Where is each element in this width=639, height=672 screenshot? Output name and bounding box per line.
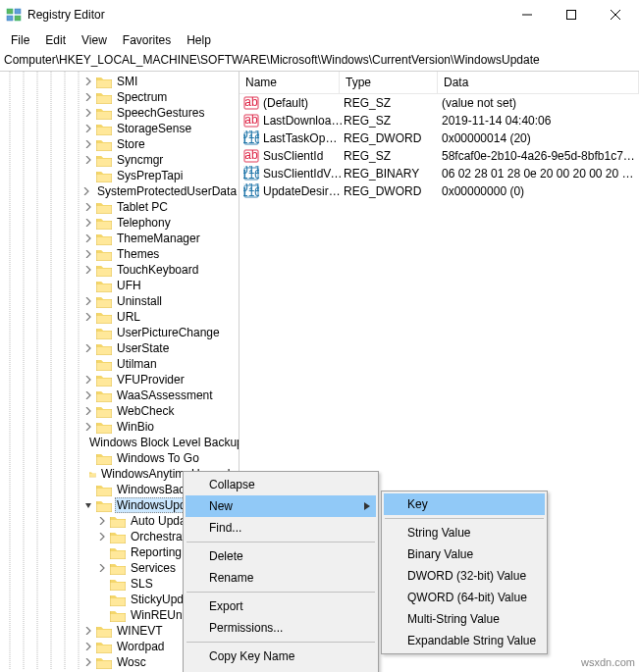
- value-row[interactable]: SusClientIdREG_SZ58fcaf0e-2b10-4a26-9e5d…: [240, 147, 639, 165]
- menu-item[interactable]: Rename: [186, 567, 376, 589]
- menu-edit[interactable]: Edit: [38, 31, 73, 49]
- chevron-right-icon[interactable]: [82, 625, 94, 637]
- chevron-right-icon[interactable]: [82, 123, 94, 134]
- tree-item[interactable]: Syncmgr: [0, 152, 239, 168]
- address-bar[interactable]: Computer\HKEY_LOCAL_MACHINE\SOFTWARE\Mic…: [0, 51, 639, 72]
- string-value-icon: [243, 95, 259, 111]
- chevron-right-icon[interactable]: [82, 138, 94, 150]
- tree-item[interactable]: Windows To Go: [0, 450, 239, 466]
- tree-item[interactable]: SpeechGestures: [0, 105, 239, 121]
- chevron-right-icon[interactable]: [82, 342, 94, 354]
- chevron-right-icon[interactable]: [82, 154, 94, 166]
- tree-item[interactable]: WinBio: [0, 419, 239, 435]
- chevron-right-icon[interactable]: [82, 656, 94, 668]
- chevron-right-icon[interactable]: [82, 91, 94, 103]
- menu-item[interactable]: String Value: [384, 522, 545, 543]
- value-row[interactable]: SusClientIdValid...REG_BINARY06 02 28 01…: [240, 165, 639, 182]
- tree-item[interactable]: WaaSAssessment: [0, 388, 239, 403]
- chevron-right-icon[interactable]: [82, 295, 94, 307]
- tree-item[interactable]: TouchKeyboard: [0, 262, 239, 278]
- menu-item[interactable]: Delete: [186, 545, 376, 567]
- tree-item[interactable]: UserPictureChange: [0, 325, 239, 340]
- tree-item-label: Tablet PC: [115, 200, 170, 214]
- tree-item[interactable]: ThemeManager: [0, 231, 239, 246]
- folder-icon: [96, 295, 112, 308]
- folder-icon: [96, 484, 112, 496]
- menu-item[interactable]: New: [186, 495, 376, 517]
- chevron-right-icon[interactable]: [82, 201, 94, 213]
- context-menu[interactable]: CollapseNewFind...DeleteRenameExportPerm…: [183, 471, 379, 672]
- tree-item[interactable]: StorageSense: [0, 121, 239, 136]
- chevron-right-icon[interactable]: [82, 217, 94, 229]
- chevron-right-icon[interactable]: [82, 311, 94, 323]
- close-button[interactable]: [593, 1, 637, 29]
- chevron-right-icon[interactable]: [82, 107, 94, 119]
- menu-favorites[interactable]: Favorites: [116, 31, 178, 49]
- tree-item[interactable]: SysPrepTapi: [0, 168, 239, 183]
- tree-item[interactable]: URL: [0, 309, 239, 325]
- menu-item[interactable]: QWORD (64-bit) Value: [384, 587, 545, 608]
- tree-item[interactable]: SystemProtectedUserData: [0, 183, 239, 199]
- chevron-right-icon[interactable]: [82, 185, 90, 197]
- window-title: Registry Editor: [27, 8, 505, 22]
- chevron-right-icon[interactable]: [96, 531, 108, 543]
- tree-item[interactable]: Uninstall: [0, 293, 239, 309]
- tree-item[interactable]: UserState: [0, 340, 239, 356]
- menu-item[interactable]: DWORD (32-bit) Value: [384, 565, 545, 587]
- chevron-right-icon[interactable]: [82, 233, 94, 244]
- tree-item[interactable]: VFUProvider: [0, 372, 239, 388]
- folder-icon: [96, 358, 112, 371]
- menu-item[interactable]: Permissions...: [186, 617, 376, 639]
- menu-item-label: Find...: [209, 521, 241, 535]
- menu-item[interactable]: Export: [186, 595, 376, 617]
- tree-item[interactable]: Telephony: [0, 215, 239, 231]
- chevron-right-icon[interactable]: [82, 641, 94, 652]
- menu-item[interactable]: Find...: [186, 517, 376, 539]
- menu-file[interactable]: File: [4, 31, 36, 49]
- tree-item[interactable]: Themes: [0, 246, 239, 262]
- value-type: REG_DWORD: [344, 184, 442, 198]
- col-header-name[interactable]: Name: [240, 72, 340, 93]
- menu-item[interactable]: Key: [384, 493, 545, 515]
- tree-item[interactable]: Tablet PC: [0, 199, 239, 215]
- minimize-button[interactable]: [505, 1, 549, 29]
- value-data: 58fcaf0e-2b10-4a26-9e5d-8bfb1c79222d: [442, 149, 639, 163]
- chevron-right-icon[interactable]: [82, 421, 94, 433]
- tree-item[interactable]: SMI: [0, 74, 239, 89]
- value-row[interactable]: LastDownloadsP...REG_SZ2019-11-14 04:40:…: [240, 112, 639, 129]
- menu-item[interactable]: Multi-String Value: [384, 608, 545, 630]
- maximize-button[interactable]: [549, 1, 593, 29]
- menu-item[interactable]: Expandable String Value: [384, 630, 545, 651]
- value-row[interactable]: (Default)REG_SZ(value not set): [240, 94, 639, 112]
- col-header-data[interactable]: Data: [438, 72, 639, 93]
- tree-item[interactable]: Spectrum: [0, 89, 239, 105]
- menu-item[interactable]: Go to HKEY_CURRENT_USER: [186, 667, 376, 672]
- chevron-right-icon[interactable]: [96, 515, 108, 527]
- menu-item[interactable]: Binary Value: [384, 543, 545, 565]
- chevron-right-icon[interactable]: [82, 76, 94, 87]
- address-path: Computer\HKEY_LOCAL_MACHINE\SOFTWARE\Mic…: [4, 53, 540, 67]
- tree-item[interactable]: WebCheck: [0, 403, 239, 419]
- folder-icon: [89, 468, 96, 481]
- menu-item[interactable]: Collapse: [186, 474, 376, 495]
- chevron-right-icon[interactable]: [82, 405, 94, 417]
- tree-item[interactable]: Windows Block Level Backup: [0, 435, 239, 450]
- folder-icon: [96, 311, 112, 324]
- menu-view[interactable]: View: [75, 31, 114, 49]
- value-row[interactable]: UpdateDesiredVi...REG_DWORD0x00000000 (0…: [240, 182, 639, 200]
- chevron-right-icon[interactable]: [82, 248, 94, 260]
- chevron-right-icon[interactable]: [82, 374, 94, 386]
- tree-item[interactable]: Utilman: [0, 356, 239, 372]
- chevron-down-icon[interactable]: [82, 499, 94, 511]
- chevron-right-icon[interactable]: [82, 389, 94, 401]
- menu-item-label: Permissions...: [209, 621, 283, 635]
- col-header-type[interactable]: Type: [340, 72, 438, 93]
- context-submenu-new[interactable]: KeyString ValueBinary ValueDWORD (32-bit…: [381, 491, 548, 654]
- menu-item[interactable]: Copy Key Name: [186, 646, 376, 667]
- tree-item[interactable]: UFH: [0, 278, 239, 293]
- chevron-right-icon[interactable]: [96, 562, 108, 574]
- tree-item[interactable]: Store: [0, 136, 239, 152]
- chevron-right-icon[interactable]: [82, 264, 94, 276]
- menu-help[interactable]: Help: [180, 31, 218, 49]
- value-row[interactable]: LastTaskOperati...REG_DWORD0x00000014 (2…: [240, 129, 639, 147]
